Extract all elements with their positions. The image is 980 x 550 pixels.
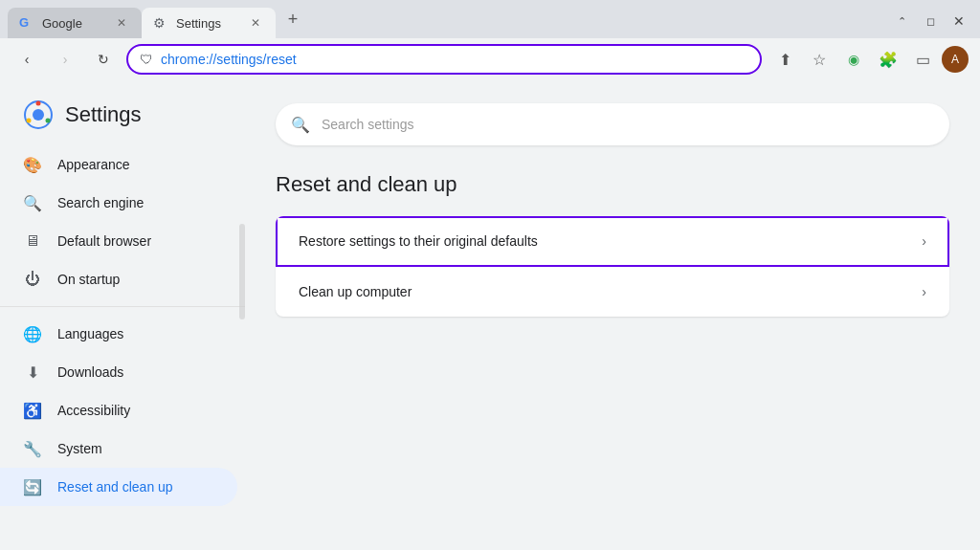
downloads-icon: ⬇ [23,363,42,382]
bookmark-button[interactable]: ☆ [804,44,835,75]
svg-point-2 [36,101,41,106]
back-button[interactable]: ‹ [11,44,42,75]
sidebar-item-appearance-label: Appearance [57,157,130,172]
svg-point-1 [33,109,44,121]
tab-settings-close[interactable]: ✕ [247,14,264,32]
sidebar-item-downloads[interactable]: ⬇ Downloads [0,353,237,391]
appearance-icon: 🎨 [23,155,42,174]
sidebar-item-on-startup-label: On startup [57,272,120,287]
on-startup-icon: ⏻ [23,270,42,289]
sidebar-item-search-engine-label: Search engine [57,195,144,210]
omnibox[interactable]: 🛡 chrome://settings/reset [126,44,762,75]
search-bar[interactable]: 🔍 Search settings [276,103,949,145]
chrome-labs-button[interactable]: ◉ [838,44,869,75]
clean-up-computer-item[interactable]: Clean up computer › [276,267,949,317]
profile-button[interactable]: A [942,46,969,73]
svg-point-4 [27,119,32,123]
settings-list: Restore settings to their original defau… [276,216,949,317]
main-area: Settings 🎨 Appearance 🔍 Search engine 🖥 … [0,80,980,550]
restore-defaults-item[interactable]: Restore settings to their original defau… [276,216,949,267]
sidebar: Settings 🎨 Appearance 🔍 Search engine 🖥 … [0,80,245,550]
browser-frame: G Google ✕ ⚙ Settings ✕ + ⌃ ◻ ✕ ‹ › ↻ 🛡 … [0,0,980,550]
sidebar-toggle-button[interactable]: ▭ [907,44,938,75]
accessibility-icon: ♿ [23,401,42,420]
tab-google-title: Google [42,16,105,31]
sidebar-item-reset-and-clean-up[interactable]: 🔄 Reset and clean up [0,468,237,506]
languages-icon: 🌐 [23,324,42,343]
sidebar-title: Settings [65,102,142,127]
tab-google[interactable]: G Google ✕ [8,8,142,38]
restore-defaults-arrow-icon: › [922,233,926,249]
svg-point-3 [46,119,51,123]
sidebar-item-accessibility[interactable]: ♿ Accessibility [0,391,237,429]
clean-up-computer-label: Clean up computer [299,284,922,299]
reload-button[interactable]: ↻ [88,44,119,75]
sidebar-item-default-browser-label: Default browser [57,233,151,249]
settings-logo [23,99,54,130]
sidebar-item-accessibility-label: Accessibility [57,403,130,418]
sidebar-item-reset-label: Reset and clean up [57,479,173,495]
sidebar-scrollbar[interactable] [239,224,245,319]
minimize-button[interactable]: ⌃ [888,11,915,31]
sidebar-item-system-label: System [57,441,102,456]
tab-settings[interactable]: ⚙ Settings ✕ [142,8,276,38]
sidebar-item-system[interactable]: 🔧 System [0,429,237,468]
new-tab-button[interactable]: + [279,6,306,33]
system-icon: 🔧 [23,439,42,458]
default-browser-icon: 🖥 [23,231,42,251]
tab-google-close[interactable]: ✕ [113,14,130,32]
sidebar-item-appearance[interactable]: 🎨 Appearance [0,145,237,184]
clean-up-computer-arrow-icon: › [922,284,926,299]
sidebar-item-search-engine[interactable]: 🔍 Search engine [0,184,237,222]
sidebar-item-downloads-label: Downloads [57,364,123,380]
sidebar-header: Settings [0,80,245,145]
toolbar-actions: ⬆ ☆ ◉ 🧩 ▭ A [769,44,969,75]
close-window-button[interactable]: ✕ [946,11,972,31]
search-engine-icon: 🔍 [23,193,42,212]
settings-favicon: ⚙ [153,15,168,31]
toolbar: ‹ › ↻ 🛡 chrome://settings/reset ⬆ ☆ ◉ 🧩 … [0,38,980,80]
sidebar-item-on-startup[interactable]: ⏻ On startup [0,260,237,298]
window-controls: ⌃ ◻ ✕ [888,11,972,38]
google-favicon: G [19,15,34,31]
share-button[interactable]: ⬆ [769,44,800,75]
search-icon: 🔍 [291,116,310,134]
extensions-button[interactable]: 🧩 [873,44,903,75]
omnibox-security-icon: 🛡 [140,52,153,67]
search-placeholder: Search settings [322,117,414,132]
sidebar-item-languages[interactable]: 🌐 Languages [0,315,237,353]
reset-icon: 🔄 [23,477,42,496]
maximize-button[interactable]: ◻ [917,11,944,31]
content-area: 🔍 Search settings Reset and clean up Res… [245,80,980,550]
sidebar-divider [0,306,245,307]
sidebar-item-default-browser[interactable]: 🖥 Default browser [0,222,237,260]
forward-button[interactable]: › [50,44,80,75]
tab-settings-title: Settings [176,16,239,31]
title-bar: G Google ✕ ⚙ Settings ✕ + ⌃ ◻ ✕ [0,0,980,38]
sidebar-item-languages-label: Languages [57,326,123,341]
restore-defaults-label: Restore settings to their original defau… [299,233,922,249]
page-title: Reset and clean up [276,172,949,197]
omnibox-url: chrome://settings/reset [161,52,748,67]
